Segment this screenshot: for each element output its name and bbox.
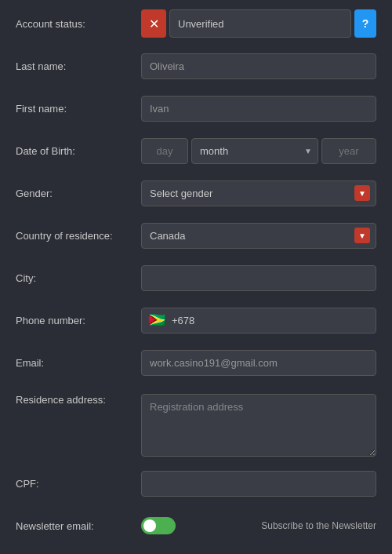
last-name-row: Last name:: [16, 50, 376, 82]
country-select-wrapper: Canada USA UK Australia ▼: [141, 223, 376, 249]
gender-select[interactable]: Select gender Male Female Other: [141, 180, 376, 206]
gender-row: Gender: Select gender Male Female Other …: [16, 177, 376, 209]
dob-row: Date of Birth: month JanuaryFebruaryMarc…: [16, 135, 376, 166]
residence-row: Residence address:: [16, 389, 376, 457]
phone-wrapper: 🇬🇾: [141, 308, 376, 333]
cpf-input[interactable]: [141, 471, 376, 497]
country-label: Country of residence:: [16, 230, 141, 242]
newsletter-row: Newsletter email: Subscribe to the Newsl…: [16, 510, 376, 541]
last-name-input[interactable]: [141, 53, 376, 79]
cpf-row: CPF:: [16, 468, 376, 499]
gender-label: Gender:: [16, 188, 141, 199]
toggle-slider: [141, 517, 176, 534]
dob-month-select[interactable]: month JanuaryFebruaryMarch AprilMayJune …: [191, 138, 318, 164]
city-row: City:: [16, 262, 376, 293]
city-label: City:: [16, 272, 141, 284]
dob-year-input[interactable]: [321, 138, 376, 164]
form-container: Account status: ✕ Unverified ? Last name…: [0, 0, 392, 554]
email-row: Email:: [16, 347, 376, 378]
newsletter-subscribe-label: Subscribe to the Newsletter: [261, 520, 376, 531]
account-status-row: Account status: ✕ Unverified ?: [16, 8, 376, 39]
phone-row: Phone number: 🇬🇾: [16, 304, 376, 336]
email-input[interactable]: [141, 350, 376, 376]
account-status-label: Account status:: [16, 18, 141, 30]
residence-textarea[interactable]: [141, 394, 376, 457]
city-input[interactable]: [141, 265, 376, 291]
dob-day-input[interactable]: [141, 138, 188, 164]
phone-label: Phone number:: [16, 315, 141, 326]
status-x-button[interactable]: ✕: [141, 9, 166, 38]
country-select[interactable]: Canada USA UK Australia: [141, 223, 376, 249]
dob-wrapper: month JanuaryFebruaryMarch AprilMayJune …: [141, 138, 376, 164]
account-status-value: Unverified: [169, 9, 351, 38]
newsletter-label: Newsletter email:: [16, 520, 141, 532]
phone-input[interactable]: [172, 308, 376, 333]
status-question-button[interactable]: ?: [354, 9, 376, 38]
dob-label: Date of Birth:: [16, 145, 141, 157]
gender-select-wrapper: Select gender Male Female Other ▼: [141, 180, 376, 206]
last-name-label: Last name:: [16, 60, 141, 72]
newsletter-toggle[interactable]: [141, 517, 176, 534]
dob-month-wrapper: month JanuaryFebruaryMarch AprilMayJune …: [191, 138, 318, 164]
first-name-label: First name:: [16, 103, 141, 115]
first-name-input[interactable]: [141, 96, 376, 122]
newsletter-wrapper: Subscribe to the Newsletter: [141, 517, 376, 534]
account-status-wrapper: ✕ Unverified ?: [141, 9, 376, 38]
country-row: Country of residence: Canada USA UK Aust…: [16, 220, 376, 251]
first-name-row: First name:: [16, 93, 376, 124]
email-label: Email:: [16, 357, 141, 369]
phone-flag-icon: 🇬🇾: [142, 312, 172, 329]
residence-label: Residence address:: [16, 394, 141, 406]
cpf-label: CPF:: [16, 478, 141, 490]
